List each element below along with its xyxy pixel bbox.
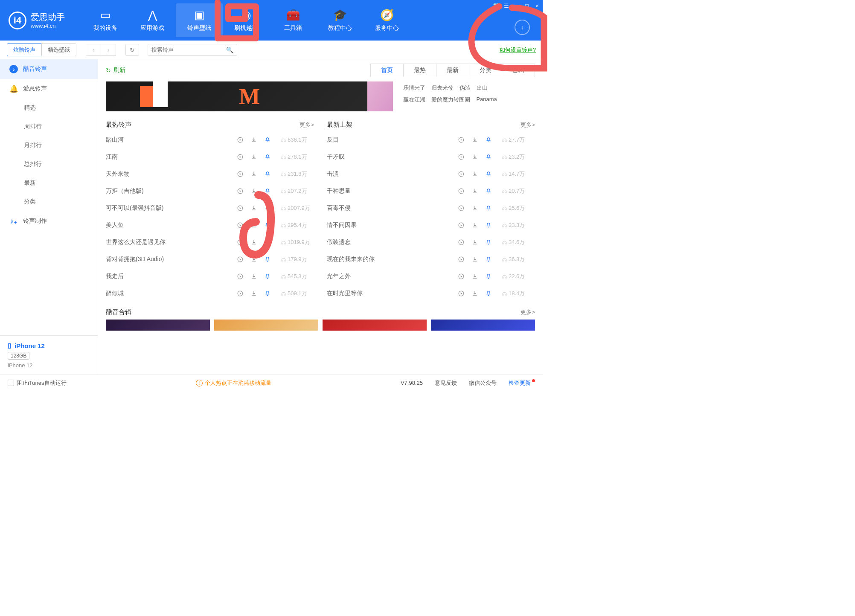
play-icon[interactable] <box>457 290 465 297</box>
set-ringtone-icon[interactable] <box>485 204 492 212</box>
sidebar-item-kuyin[interactable]: ♪ 酷音铃声 <box>0 59 98 79</box>
download-icon[interactable] <box>471 187 479 195</box>
song-title[interactable]: 击溃 <box>327 170 457 178</box>
set-ringtone-icon[interactable] <box>485 136 492 144</box>
sidebar-item-featured[interactable]: 精选 <box>0 99 98 117</box>
nav-tutorial[interactable]: 🎓 教程中心 <box>317 3 364 37</box>
song-title[interactable]: 子矛叹 <box>327 153 457 161</box>
nav-service[interactable]: 🧭 服务中心 <box>364 3 410 37</box>
song-title[interactable]: 世界这么大还是遇见你 <box>106 238 236 246</box>
download-icon[interactable] <box>250 256 258 263</box>
set-ringtone-icon[interactable] <box>264 238 271 246</box>
play-icon[interactable] <box>236 204 244 212</box>
download-button[interactable]: ↓ <box>515 20 530 35</box>
play-icon[interactable] <box>457 153 465 161</box>
tag[interactable]: 乐情来了 <box>403 84 425 92</box>
new-more-link[interactable]: 更多> <box>521 121 535 129</box>
song-title[interactable]: 可不可以(最强抖音版) <box>106 204 236 212</box>
nav-toolbox[interactable]: 🧰 工具箱 <box>270 3 317 37</box>
banner-image[interactable]: M <box>106 81 393 111</box>
play-icon[interactable] <box>457 136 465 144</box>
set-ringtone-icon[interactable] <box>485 153 492 161</box>
download-icon[interactable] <box>250 170 258 178</box>
skin-button[interactable]: 👕 <box>493 2 500 9</box>
sidebar-item-total[interactable]: 总排行 <box>0 155 98 174</box>
song-title[interactable]: 背对背拥抱(3D Audio) <box>106 256 236 263</box>
nav-ringtone-wallpaper[interactable]: ▣ 铃声壁纸 <box>176 3 223 37</box>
view-tab-home[interactable]: 首页 <box>371 64 404 77</box>
block-itunes-checkbox[interactable]: 阻止iTunes自动运行 <box>8 379 67 387</box>
nav-apps-games[interactable]: ⋀ 应用游戏 <box>129 3 176 37</box>
search-box[interactable]: 🔍 <box>148 44 237 56</box>
play-icon[interactable] <box>457 273 465 280</box>
album-thumb[interactable] <box>323 320 427 331</box>
view-tab-album[interactable]: 合辑 <box>502 64 535 77</box>
song-title[interactable]: 反目 <box>327 136 457 144</box>
download-icon[interactable] <box>471 153 479 161</box>
play-icon[interactable] <box>457 238 465 246</box>
set-ringtone-icon[interactable] <box>485 238 492 246</box>
play-icon[interactable] <box>236 170 244 178</box>
song-title[interactable]: 光年之外 <box>327 273 457 280</box>
set-ringtone-icon[interactable] <box>485 221 492 229</box>
set-ringtone-icon[interactable] <box>264 290 271 297</box>
download-icon[interactable] <box>250 290 258 297</box>
set-ringtone-icon[interactable] <box>264 136 271 144</box>
set-ringtone-icon[interactable] <box>485 273 492 280</box>
song-title[interactable]: 现在的我未来的你 <box>327 256 457 263</box>
play-icon[interactable] <box>236 187 244 195</box>
logo[interactable]: i4 爱思助手 www.i4.cn <box>9 12 65 29</box>
sidebar-item-aisi[interactable]: 🔔 爱思铃声 <box>0 79 98 99</box>
play-icon[interactable] <box>236 290 244 297</box>
sidebar-item-newest[interactable]: 最新 <box>0 174 98 192</box>
play-icon[interactable] <box>236 256 244 263</box>
song-title[interactable]: 江南 <box>106 153 236 161</box>
download-icon[interactable] <box>250 238 258 246</box>
reload-button[interactable]: ↻ <box>125 44 139 56</box>
play-icon[interactable] <box>236 238 244 246</box>
tag[interactable]: 出山 <box>477 84 488 92</box>
nav-my-device[interactable]: ▭ 我的设备 <box>82 3 129 37</box>
help-link-set-ringtone[interactable]: 如何设置铃声? <box>500 46 536 54</box>
download-icon[interactable] <box>250 273 258 280</box>
feedback-link[interactable]: 意见反馈 <box>435 379 457 387</box>
download-icon[interactable] <box>250 221 258 229</box>
set-ringtone-icon[interactable] <box>264 256 271 263</box>
settings-button[interactable]: ☰ <box>503 2 510 9</box>
download-icon[interactable] <box>471 273 479 280</box>
download-icon[interactable] <box>471 170 479 178</box>
play-icon[interactable] <box>457 221 465 229</box>
download-icon[interactable] <box>250 153 258 161</box>
song-title[interactable]: 醉倾城 <box>106 290 236 297</box>
song-title[interactable]: 万拒（吉他版) <box>106 187 236 195</box>
song-title[interactable]: 我走后 <box>106 273 236 280</box>
download-icon[interactable] <box>471 221 479 229</box>
play-icon[interactable] <box>236 153 244 161</box>
minimize-button[interactable]: − <box>513 2 520 9</box>
play-icon[interactable] <box>457 187 465 195</box>
song-title[interactable]: 踏山河 <box>106 136 236 144</box>
download-icon[interactable] <box>471 238 479 246</box>
check-update-link[interactable]: 检查更新 <box>509 379 535 387</box>
view-tab-new[interactable]: 最新 <box>436 64 469 77</box>
view-tab-hot[interactable]: 最热 <box>404 64 436 77</box>
tag[interactable]: 赢在江湖 <box>403 96 425 104</box>
device-info[interactable]: ▯ iPhone 12 128GB iPhone 12 <box>0 335 98 375</box>
song-title[interactable]: 在时光里等你 <box>327 290 457 297</box>
sidebar-item-ringtone-maker[interactable]: ♪₊ 铃声制作 <box>0 211 98 231</box>
download-icon[interactable] <box>471 136 479 144</box>
forward-button[interactable]: › <box>101 44 116 56</box>
download-icon[interactable] <box>471 256 479 263</box>
tag[interactable]: 伪装 <box>459 84 471 92</box>
sidebar-item-weekly[interactable]: 周排行 <box>0 117 98 136</box>
tab-cool-ringtones[interactable]: 炫酷铃声 <box>7 44 42 56</box>
set-ringtone-icon[interactable] <box>264 170 271 178</box>
sidebar-item-monthly[interactable]: 月排行 <box>0 136 98 155</box>
download-icon[interactable] <box>250 136 258 144</box>
refresh-link[interactable]: ↻ 刷新 <box>106 67 125 74</box>
set-ringtone-icon[interactable] <box>264 187 271 195</box>
view-tab-category[interactable]: 分类 <box>469 64 502 77</box>
song-title[interactable]: 百毒不侵 <box>327 204 457 212</box>
play-icon[interactable] <box>457 204 465 212</box>
download-icon[interactable] <box>250 187 258 195</box>
